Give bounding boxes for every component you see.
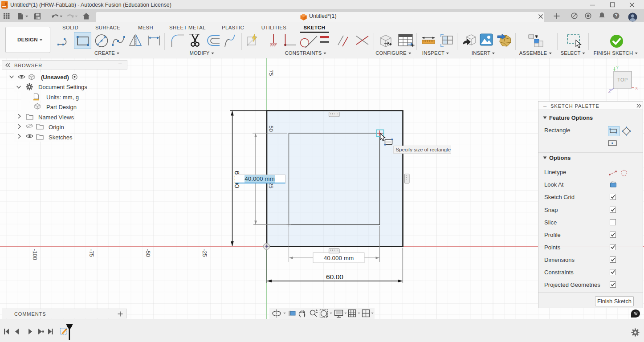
svg-text:TOP: TOP — [617, 77, 628, 82]
svg-text:-100: -100 — [32, 249, 38, 260]
svg-text:-25: -25 — [201, 249, 208, 257]
svg-text:50: 50 — [268, 126, 274, 132]
svg-text:Y: Y — [616, 65, 619, 69]
svg-text:40.000 mm: 40.000 mm — [324, 255, 354, 261]
svg-text:75: 75 — [268, 70, 274, 76]
svg-text:?: ? — [615, 13, 617, 18]
svg-text:-75: -75 — [88, 249, 94, 257]
svg-text:60.00: 60.00 — [326, 273, 343, 281]
svg-text:Z: Z — [608, 89, 611, 94]
svg-text:-50: -50 — [145, 249, 151, 257]
svg-text:X: X — [635, 86, 638, 90]
